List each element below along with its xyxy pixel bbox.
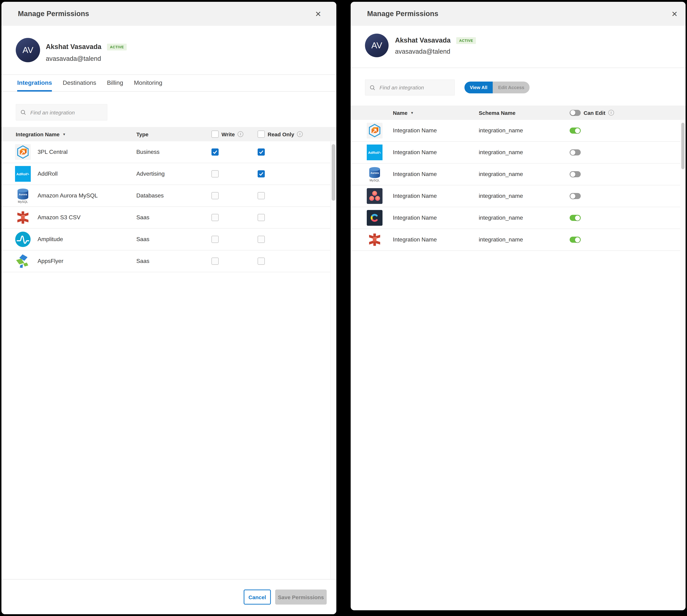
modal-header: Manage Permissions ✕: [1, 2, 336, 26]
adroll-logo-text: AdRoll: [16, 172, 27, 176]
user-email: avasavada@talend: [46, 55, 101, 63]
read-only-checkbox[interactable]: [258, 192, 265, 199]
scrollbar-thumb[interactable]: [332, 144, 335, 201]
write-checkbox[interactable]: [212, 236, 219, 243]
can-edit-toggle[interactable]: [570, 237, 581, 243]
can-edit-all-toggle[interactable]: [570, 110, 581, 116]
read-only-checkbox[interactable]: [258, 214, 265, 221]
tab-destinations[interactable]: Destinations: [63, 74, 96, 91]
avatar: AV: [16, 38, 40, 62]
scrollbar-track[interactable]: [330, 141, 336, 579]
write-checkbox[interactable]: [212, 149, 219, 156]
asana-icon: [367, 188, 383, 204]
column-label: Integration Name: [16, 131, 60, 137]
view-all-pill[interactable]: View All: [465, 82, 493, 93]
scrollbar-track[interactable]: [680, 120, 686, 610]
tab-monitoring[interactable]: Monitoring: [134, 74, 162, 91]
integration-row: Amplitude Saas: [1, 228, 336, 250]
integration-name: Integration Name: [393, 193, 437, 199]
manage-permissions-modal-right: Manage Permissions ✕ AV Akshat Vasavada …: [351, 2, 686, 610]
integration-name: Amazon S3 CSV: [38, 214, 81, 221]
column-write: Write i: [212, 127, 243, 141]
integration-row: Amazon S3 CSV Saas: [1, 207, 336, 228]
avatar: AV: [365, 34, 389, 57]
integration-type: Saas: [136, 236, 149, 243]
integration-name: Integration Name: [393, 215, 437, 221]
integration-row: 3PL Central Business: [1, 141, 336, 163]
can-edit-toggle[interactable]: [570, 128, 581, 134]
svg-text:Aurora: Aurora: [19, 193, 27, 196]
schema-row: Integration Name integration_name: [351, 120, 686, 142]
cancel-button[interactable]: Cancel: [244, 590, 271, 604]
read-only-checkbox[interactable]: [258, 149, 265, 156]
integration-name: Amplitude: [38, 236, 63, 243]
schema-name: integration_name: [479, 149, 523, 156]
write-checkbox[interactable]: [212, 214, 219, 221]
scrollbar-thumb[interactable]: [681, 123, 685, 169]
modal-footer: Cancel Save Permissions: [1, 579, 336, 614]
column-schema-name: Schema Name: [479, 106, 515, 120]
column-label: Type: [136, 131, 149, 137]
schema-row: Integration Name integration_name: [351, 229, 686, 251]
search-icon: [370, 84, 375, 91]
can-edit-toggle[interactable]: [570, 193, 581, 199]
schema-row: AuroraMySQL Integration Name integration…: [351, 163, 686, 185]
tab-integrations[interactable]: Integrations: [17, 74, 52, 91]
write-checkbox[interactable]: [212, 258, 219, 265]
s3-icon: [367, 232, 383, 247]
schema-name: integration_name: [479, 193, 523, 199]
status-badge: ACTIVE: [107, 43, 127, 50]
page-title: Manage Permissions: [367, 10, 438, 18]
check-icon: [259, 171, 264, 176]
manage-permissions-modal-left: Manage Permissions ✕ AV Akshat Vasavada …: [1, 2, 336, 614]
amplitude-icon: [15, 232, 31, 247]
read-only-select-all-checkbox[interactable]: [258, 131, 265, 138]
info-icon[interactable]: i: [297, 131, 303, 137]
write-select-all-checkbox[interactable]: [212, 131, 219, 138]
info-icon[interactable]: i: [238, 131, 243, 137]
close-icon[interactable]: ✕: [315, 10, 321, 18]
column-label: Write: [221, 131, 235, 137]
toggle-knob: [575, 215, 580, 220]
modal-header: Manage Permissions ✕: [351, 2, 686, 26]
column-integration-name[interactable]: Integration Name ▾: [16, 127, 65, 141]
aurora-mysql-icon: AuroraMySQL: [367, 166, 383, 182]
column-label: Schema Name: [479, 110, 515, 116]
schema-row: Integration Name integration_name: [351, 207, 686, 229]
search-input[interactable]: [379, 84, 450, 91]
user-name: Akshat Vasavada: [46, 43, 102, 51]
read-only-checkbox[interactable]: [258, 236, 265, 243]
read-only-checkbox[interactable]: [258, 258, 265, 265]
toggle-knob: [570, 194, 575, 199]
integration-name: Integration Name: [393, 171, 437, 177]
schema-table-body: Integration Name integration_name AdRoll…: [351, 120, 686, 251]
integration-name: Integration Name: [393, 237, 437, 243]
can-edit-toggle[interactable]: [570, 171, 581, 177]
search-input[interactable]: [29, 109, 103, 116]
appsflyer-icon: [15, 253, 31, 269]
can-edit-toggle[interactable]: [570, 215, 581, 221]
write-checkbox[interactable]: [212, 192, 219, 199]
column-type: Type: [136, 127, 149, 141]
toggle-knob: [575, 128, 580, 133]
toggle-knob: [570, 110, 575, 115]
schema-name: integration_name: [479, 215, 523, 221]
edit-access-pill[interactable]: Edit Access: [493, 82, 530, 93]
user-name: Akshat Vasavada: [395, 37, 451, 44]
column-can-edit: Can Edit i: [570, 106, 614, 120]
write-checkbox[interactable]: [212, 170, 219, 177]
integration-row: AuroraMySQL Amazon Aurora MySQL Database…: [1, 185, 336, 207]
save-permissions-button[interactable]: Save Permissions: [275, 590, 327, 604]
table-header: Name ▾ Schema Name Can Edit i: [351, 106, 686, 120]
tab-billing[interactable]: Billing: [107, 74, 123, 91]
info-icon[interactable]: i: [608, 110, 614, 115]
3pl-central-icon: [15, 144, 31, 160]
schema-row: AdRoll Integration Name integration_name: [351, 142, 686, 163]
read-only-checkbox[interactable]: [258, 170, 265, 177]
column-name[interactable]: Name ▾: [393, 106, 413, 120]
integration-name: 3PL Central: [38, 149, 68, 155]
integration-type: Business: [136, 149, 159, 155]
close-icon[interactable]: ✕: [671, 10, 678, 18]
3pl-central-icon: [367, 123, 383, 138]
can-edit-toggle[interactable]: [570, 149, 581, 155]
